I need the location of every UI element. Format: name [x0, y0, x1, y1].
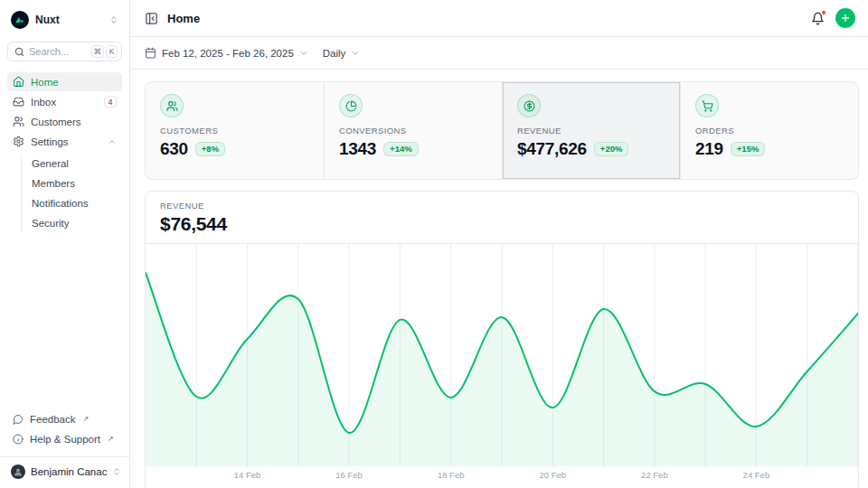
home-icon: [13, 76, 24, 88]
filters-toolbar: Feb 12, 2025 - Feb 26, 2025 Daily: [130, 37, 868, 70]
shopping-cart-icon: [695, 94, 719, 117]
page-title: Home: [167, 12, 200, 25]
chart-title: REVENUE: [160, 201, 844, 211]
chart-body: 14 Feb16 Feb18 Feb20 Feb22 Feb24 Feb: [146, 243, 858, 484]
sidebar-item-label: Customers: [31, 117, 81, 127]
sub-item-label: Security: [32, 218, 70, 229]
sidebar-item-security[interactable]: Security: [22, 213, 122, 233]
sidebar-item-inbox[interactable]: Inbox 4: [7, 92, 122, 111]
stat-label: CONVERSIONS: [339, 126, 487, 136]
avatar: [11, 465, 25, 479]
content: CUSTOMERS 630 +8% CONVERSIONS 1343 +14%: [130, 70, 868, 488]
sidebar-item-label: Help & Support: [30, 434, 100, 445]
k-key: K: [106, 45, 118, 58]
calendar-icon: [145, 47, 156, 59]
stat-label: ORDERS: [695, 126, 844, 136]
granularity-select[interactable]: Daily: [323, 48, 361, 59]
sub-item-label: Notifications: [32, 198, 89, 209]
stat-label: REVENUE: [517, 126, 665, 136]
users-icon: [160, 94, 184, 117]
stats-row: CUSTOMERS 630 +8% CONVERSIONS 1343 +14%: [145, 81, 859, 180]
sidebar-item-notifications[interactable]: Notifications: [22, 193, 122, 213]
svg-text:24 Feb: 24 Feb: [743, 470, 770, 480]
chat-bubble-icon: [13, 414, 24, 425]
granularity-label: Daily: [323, 48, 346, 59]
stat-value: 630: [160, 139, 188, 159]
sub-item-label: Members: [32, 178, 75, 189]
top-bar: Home: [130, 0, 868, 37]
stat-delta-badge: +14%: [383, 142, 419, 156]
sidebar-item-label: Inbox: [31, 97, 56, 108]
sidebar: Nuxt ⌘ K Home Inbox: [0, 0, 130, 488]
chart-total-value: $76,544: [160, 213, 844, 235]
stat-card-orders[interactable]: ORDERS 219 +15%: [680, 82, 858, 179]
date-range-picker[interactable]: Feb 12, 2025 - Feb 26, 2025: [145, 47, 308, 59]
revenue-area-chart[interactable]: 14 Feb16 Feb18 Feb20 Feb22 Feb24 Feb: [146, 244, 858, 484]
stat-delta-badge: +15%: [731, 142, 766, 156]
stat-delta-badge: +20%: [594, 142, 629, 156]
stat-card-conversions[interactable]: CONVERSIONS 1343 +14%: [324, 82, 502, 179]
stat-value: 1343: [339, 139, 376, 159]
svg-text:14 Feb: 14 Feb: [234, 470, 261, 480]
sidebar-item-home[interactable]: Home: [7, 72, 122, 91]
gear-icon: [13, 136, 24, 147]
sidebar-item-label: Feedback: [30, 414, 76, 425]
collapse-sidebar-button[interactable]: [145, 12, 158, 25]
cmd-key: ⌘: [91, 45, 105, 58]
workspace-switcher[interactable]: Nuxt: [7, 9, 122, 31]
chevron-down-icon: [351, 49, 360, 58]
chevrons-up-down-icon: [112, 467, 121, 476]
chevron-down-icon: [299, 49, 308, 58]
nuxt-logo: [11, 11, 29, 29]
top-actions: [811, 8, 855, 28]
sidebar-spacer: [7, 235, 122, 409]
sidebar-item-label: Settings: [31, 136, 69, 147]
svg-text:20 Feb: 20 Feb: [540, 470, 567, 480]
main-area: Home Feb 12, 2025 - Feb 26, 2025: [130, 0, 868, 488]
search-shortcut: ⌘ K: [91, 45, 118, 58]
sub-item-label: General: [32, 158, 69, 169]
stat-value: 219: [695, 139, 723, 159]
svg-text:22 Feb: 22 Feb: [641, 470, 668, 480]
sidebar-item-members[interactable]: Members: [22, 174, 122, 193]
notification-dot: [821, 10, 826, 15]
sidebar-item-feedback[interactable]: Feedback ↗: [7, 409, 122, 428]
sidebar-item-customers[interactable]: Customers: [7, 112, 122, 131]
notifications-bell-button[interactable]: [811, 12, 825, 25]
stat-delta-badge: +8%: [195, 142, 225, 156]
users-icon: [13, 116, 24, 127]
user-name: Benjamin Canac: [31, 466, 107, 477]
chevrons-up-down-icon: [109, 15, 118, 24]
sidebar-item-help-support[interactable]: Help & Support ↗: [7, 429, 122, 448]
sidebar-item-general[interactable]: General: [22, 154, 122, 174]
pie-chart-icon: [339, 94, 363, 117]
stat-card-customers[interactable]: CUSTOMERS 630 +8%: [146, 82, 324, 179]
stat-label: CUSTOMERS: [160, 126, 309, 136]
date-range-label: Feb 12, 2025 - Feb 26, 2025: [162, 48, 294, 59]
chart-header: REVENUE $76,544: [146, 192, 858, 243]
info-icon: [13, 434, 24, 445]
inbox-count-badge: 4: [104, 96, 117, 108]
svg-text:16 Feb: 16 Feb: [335, 470, 363, 480]
sidebar-item-label: Home: [31, 77, 59, 88]
stat-value: $477,626: [517, 139, 587, 159]
workspace-name: Nuxt: [35, 14, 60, 26]
chevron-up-icon: [108, 137, 117, 146]
sidebar-item-settings[interactable]: Settings: [7, 132, 122, 151]
svg-text:18 Feb: 18 Feb: [438, 470, 465, 480]
search-box[interactable]: ⌘ K: [7, 42, 122, 61]
add-button[interactable]: [835, 8, 855, 28]
stat-card-revenue[interactable]: REVENUE $477,626 +20%: [502, 82, 680, 179]
search-input[interactable]: [29, 46, 76, 57]
revenue-chart-card: REVENUE $76,544 14 Feb16 Feb18 Feb20 Feb…: [145, 191, 859, 488]
search-icon: [14, 47, 24, 57]
dollar-circle-icon: [517, 94, 541, 117]
dashboard-app: Nuxt ⌘ K Home Inbox: [0, 0, 868, 488]
inbox-icon: [13, 96, 24, 108]
settings-subnav: General Members Notifications Security: [21, 154, 122, 233]
user-menu[interactable]: Benjamin Canac: [7, 457, 122, 481]
